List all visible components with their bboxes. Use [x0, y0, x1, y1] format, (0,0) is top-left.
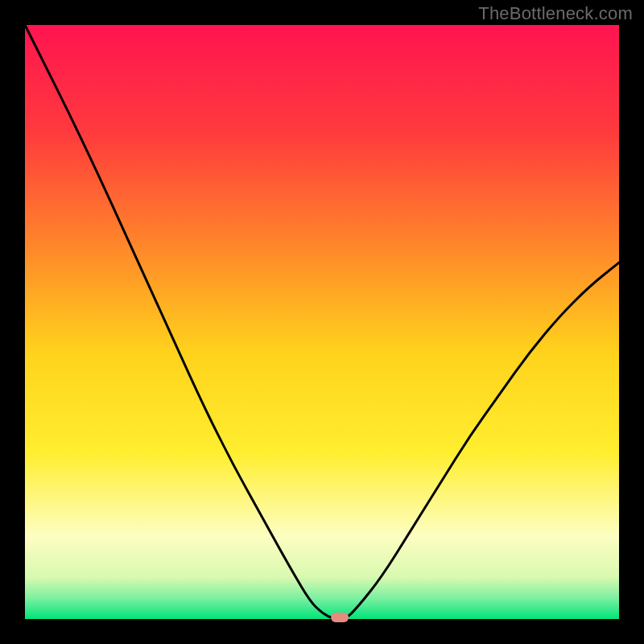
chart-frame: TheBottleneck.com	[0, 0, 644, 644]
watermark-text: TheBottleneck.com	[478, 3, 633, 24]
bottleneck-chart	[0, 0, 644, 644]
plot-background	[25, 25, 619, 619]
optimal-point-marker	[331, 613, 349, 622]
